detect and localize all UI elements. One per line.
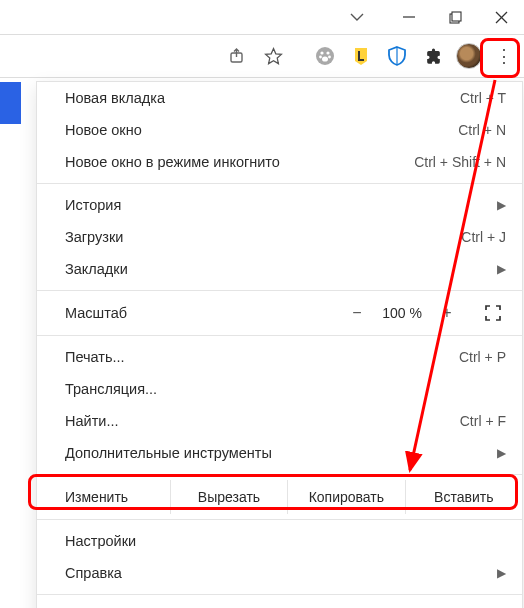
submenu-arrow-icon: ▶	[497, 262, 506, 276]
menu-label: Новое окно в режиме инкогнито	[65, 154, 414, 170]
zoom-out-button[interactable]: −	[340, 304, 374, 322]
more-vert-icon: ⋮	[495, 45, 513, 67]
edit-cut-button[interactable]: Вырезать	[171, 480, 288, 514]
menu-label: Трансляция...	[65, 381, 506, 397]
menu-item-settings[interactable]: Настройки	[37, 525, 522, 557]
svg-point-6	[316, 47, 334, 65]
maximize-button[interactable]	[432, 0, 478, 34]
menu-label: Дополнительные инструменты	[65, 445, 489, 461]
menu-item-bookmarks[interactable]: Закладки ▶	[37, 253, 522, 285]
share-icon[interactable]	[222, 41, 252, 71]
menu-label: Найти...	[65, 413, 460, 429]
browser-toolbar: ⋮	[0, 34, 524, 78]
menu-item-history[interactable]: История ▶	[37, 189, 522, 221]
menu-item-cast[interactable]: Трансляция...	[37, 373, 522, 405]
submenu-arrow-icon: ▶	[497, 198, 506, 212]
menu-shortcut: Ctrl + J	[461, 229, 506, 245]
menu-separator	[37, 335, 522, 336]
menu-item-find[interactable]: Найти... Ctrl + F	[37, 405, 522, 437]
edit-label: Изменить	[37, 480, 171, 514]
menu-item-zoom: Масштаб − 100 % +	[37, 296, 522, 330]
chrome-menu: Новая вкладка Ctrl + T Новое окно Ctrl +…	[37, 82, 522, 608]
fullscreen-button[interactable]	[472, 305, 514, 321]
menu-label: Печать...	[65, 349, 459, 365]
window-controls	[0, 0, 524, 34]
menu-separator	[37, 594, 522, 595]
menu-shortcut: Ctrl + N	[458, 122, 506, 138]
menu-shortcut: Ctrl + P	[459, 349, 506, 365]
menu-edit-row: Изменить Вырезать Копировать Вставить	[37, 480, 522, 514]
menu-separator	[37, 183, 522, 184]
extensions-puzzle-icon[interactable]	[418, 41, 448, 71]
svg-point-10	[328, 56, 331, 59]
avatar	[456, 43, 482, 69]
chevron-down-icon[interactable]	[328, 0, 386, 34]
menu-shortcut: Ctrl + Shift + N	[414, 154, 506, 170]
menu-separator	[37, 474, 522, 475]
extension-paw-icon[interactable]	[310, 41, 340, 71]
menu-label: Загрузки	[65, 229, 461, 245]
menu-shortcut: Ctrl + F	[460, 413, 506, 429]
extension-shield-icon[interactable]	[382, 41, 412, 71]
zoom-controls: − 100 % +	[340, 304, 514, 322]
menu-item-exit[interactable]: Выход	[37, 600, 522, 608]
svg-point-11	[322, 56, 328, 61]
close-button[interactable]	[478, 0, 524, 34]
svg-point-8	[326, 51, 329, 54]
menu-shortcut: Ctrl + T	[460, 90, 506, 106]
menu-item-downloads[interactable]: Загрузки Ctrl + J	[37, 221, 522, 253]
zoom-in-button[interactable]: +	[430, 304, 464, 322]
edit-paste-button[interactable]: Вставить	[406, 480, 522, 514]
menu-label: Справка	[65, 565, 489, 581]
menu-item-more-tools[interactable]: Дополнительные инструменты ▶	[37, 437, 522, 469]
menu-label: История	[65, 197, 489, 213]
extension-yellow-icon[interactable]	[346, 41, 376, 71]
menu-label: Новая вкладка	[65, 90, 460, 106]
svg-point-7	[320, 51, 323, 54]
menu-separator	[37, 290, 522, 291]
menu-item-help[interactable]: Справка ▶	[37, 557, 522, 589]
menu-item-new-tab[interactable]: Новая вкладка Ctrl + T	[37, 82, 522, 114]
menu-item-new-window[interactable]: Новое окно Ctrl + N	[37, 114, 522, 146]
menu-item-incognito[interactable]: Новое окно в режиме инкогнито Ctrl + Shi…	[37, 146, 522, 178]
menu-label: Настройки	[65, 533, 506, 549]
star-icon[interactable]	[258, 41, 288, 71]
active-tab-indicator	[0, 82, 21, 124]
menu-label: Закладки	[65, 261, 489, 277]
submenu-arrow-icon: ▶	[497, 566, 506, 580]
menu-separator	[37, 519, 522, 520]
svg-point-9	[319, 56, 322, 59]
menu-item-print[interactable]: Печать... Ctrl + P	[37, 341, 522, 373]
submenu-arrow-icon: ▶	[497, 446, 506, 460]
zoom-value: 100 %	[374, 305, 430, 321]
edit-copy-button[interactable]: Копировать	[288, 480, 405, 514]
profile-avatar[interactable]	[454, 41, 484, 71]
menu-label: Масштаб	[65, 305, 340, 321]
minimize-button[interactable]	[386, 0, 432, 34]
kebab-menu-button[interactable]: ⋮	[490, 42, 518, 70]
menu-label: Новое окно	[65, 122, 458, 138]
svg-rect-2	[452, 12, 461, 21]
